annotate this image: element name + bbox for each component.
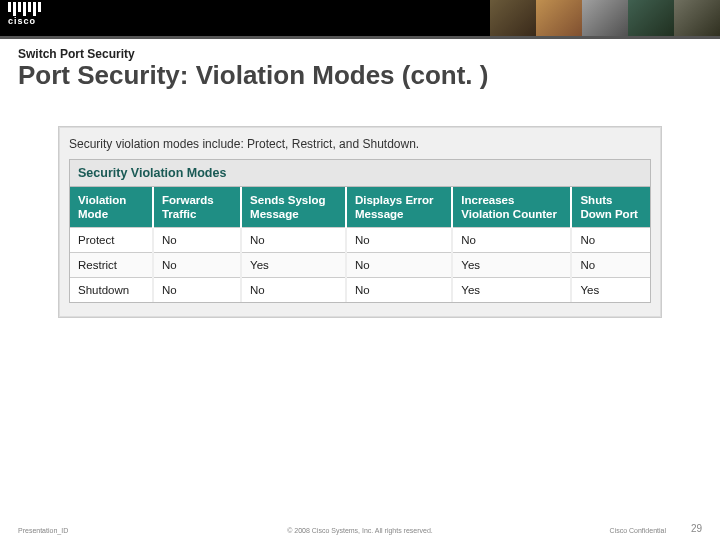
slide-title: Port Security: Violation Modes (cont. ) bbox=[18, 61, 702, 90]
cell-mode: Protect bbox=[70, 228, 153, 253]
cell-error: No bbox=[346, 278, 452, 303]
cell-counter: No bbox=[452, 228, 571, 253]
cell-shuts: Yes bbox=[571, 278, 650, 303]
banner-people-image bbox=[490, 0, 720, 36]
cell-forwards: No bbox=[153, 253, 241, 278]
cell-syslog: Yes bbox=[241, 253, 346, 278]
col-counter: Increases Violation Counter bbox=[452, 187, 571, 228]
cell-forwards: No bbox=[153, 228, 241, 253]
top-bar: cisco bbox=[0, 0, 720, 36]
table-row: Restrict No Yes No Yes No bbox=[70, 253, 650, 278]
content-panel: Security violation modes include: Protec… bbox=[58, 126, 662, 319]
cell-error: No bbox=[346, 228, 452, 253]
cell-mode: Shutdown bbox=[70, 278, 153, 303]
intro-text: Security violation modes include: Protec… bbox=[69, 137, 651, 151]
table-header-row: Violation Mode Forwards Traffic Sends Sy… bbox=[70, 187, 650, 228]
modes-table: Violation Mode Forwards Traffic Sends Sy… bbox=[70, 187, 650, 303]
logo-text: cisco bbox=[8, 17, 41, 26]
footer-confidential: Cisco Confidential bbox=[610, 527, 666, 534]
col-syslog: Sends Syslog Message bbox=[241, 187, 346, 228]
col-forwards: Forwards Traffic bbox=[153, 187, 241, 228]
table-row: Shutdown No No No Yes Yes bbox=[70, 278, 650, 303]
cell-syslog: No bbox=[241, 278, 346, 303]
cell-mode: Restrict bbox=[70, 253, 153, 278]
violation-modes-table: Security Violation Modes Violation Mode … bbox=[69, 159, 651, 304]
col-error: Displays Error Message bbox=[346, 187, 452, 228]
table-row: Protect No No No No No bbox=[70, 228, 650, 253]
footer-presentation-id: Presentation_ID bbox=[18, 527, 68, 534]
footer-page-number: 29 bbox=[691, 523, 702, 534]
col-shuts: Shuts Down Port bbox=[571, 187, 650, 228]
cell-error: No bbox=[346, 253, 452, 278]
cisco-logo: cisco bbox=[8, 2, 41, 26]
cell-shuts: No bbox=[571, 228, 650, 253]
slide-footer: Presentation_ID © 2008 Cisco Systems, In… bbox=[0, 527, 720, 534]
cell-counter: Yes bbox=[452, 253, 571, 278]
footer-copyright: © 2008 Cisco Systems, Inc. All rights re… bbox=[287, 527, 433, 534]
logo-bars-icon bbox=[8, 2, 41, 16]
cell-syslog: No bbox=[241, 228, 346, 253]
cell-forwards: No bbox=[153, 278, 241, 303]
slide-kicker: Switch Port Security bbox=[18, 47, 702, 61]
col-mode: Violation Mode bbox=[70, 187, 153, 228]
cell-shuts: No bbox=[571, 253, 650, 278]
slide-content: Switch Port Security Port Security: Viol… bbox=[0, 39, 720, 318]
cell-counter: Yes bbox=[452, 278, 571, 303]
table-caption: Security Violation Modes bbox=[70, 160, 650, 187]
